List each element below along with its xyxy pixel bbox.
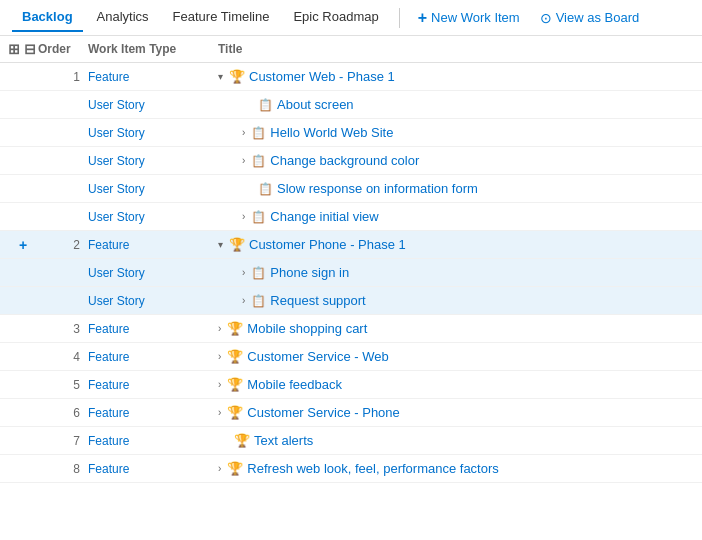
- title-cell[interactable]: › 📋 Hello World Web Site: [218, 125, 694, 140]
- title-cell[interactable]: › 📋 Change initial view: [218, 209, 694, 224]
- story-icon: 📋: [258, 98, 273, 112]
- title-cell[interactable]: › 📋 Change background color: [218, 153, 694, 168]
- type-cell: Feature: [88, 322, 218, 336]
- type-cell: User Story: [88, 98, 218, 112]
- table-row[interactable]: User Story › 📋 Hello World Web Site: [0, 119, 702, 147]
- title-cell[interactable]: › 📋 Request support: [218, 293, 694, 308]
- trophy-icon: 🏆: [227, 461, 243, 476]
- work-item-title[interactable]: Customer Service - Phone: [247, 405, 399, 420]
- work-item-title[interactable]: Phone sign in: [270, 265, 349, 280]
- board-icon: ⊙: [540, 10, 552, 26]
- chevron-icon[interactable]: ›: [218, 379, 221, 390]
- chevron-icon[interactable]: ›: [242, 127, 245, 138]
- chevron-icon[interactable]: ›: [218, 463, 221, 474]
- chevron-icon[interactable]: ›: [242, 155, 245, 166]
- order-cell: 5: [38, 378, 88, 392]
- table-row[interactable]: User Story › 📋 Change initial view: [0, 203, 702, 231]
- title-cell[interactable]: › 🏆 Mobile feedback: [218, 377, 694, 392]
- type-cell: User Story: [88, 154, 218, 168]
- add-row-icon[interactable]: +: [19, 237, 27, 253]
- title-column-header: Title: [218, 42, 694, 56]
- trophy-icon: 🏆: [227, 321, 243, 336]
- work-item-title[interactable]: Customer Web - Phase 1: [249, 69, 395, 84]
- story-icon: 📋: [251, 266, 266, 280]
- table-row[interactable]: User Story 📋 About screen: [0, 91, 702, 119]
- title-cell[interactable]: › 🏆 Customer Service - Phone: [218, 405, 694, 420]
- chevron-icon[interactable]: ▾: [218, 71, 223, 82]
- work-item-title[interactable]: Customer Phone - Phase 1: [249, 237, 406, 252]
- chevron-icon[interactable]: ›: [218, 351, 221, 362]
- title-cell[interactable]: 📋 Slow response on information form: [218, 181, 694, 196]
- table-row[interactable]: User Story › 📋 Phone sign in: [0, 259, 702, 287]
- type-column-header: Work Item Type: [88, 42, 218, 56]
- expand-collapse-controls[interactable]: ⊞ ⊟: [8, 42, 38, 56]
- table-row[interactable]: + 2 Feature ▾ 🏆 Customer Phone - Phase 1: [0, 231, 702, 259]
- title-cell[interactable]: › 🏆 Customer Service - Web: [218, 349, 694, 364]
- table-row[interactable]: User Story › 📋 Change background color: [0, 147, 702, 175]
- work-item-title[interactable]: Change background color: [270, 153, 419, 168]
- work-item-title[interactable]: About screen: [277, 97, 354, 112]
- view-as-board-button[interactable]: ⊙ View as Board: [532, 6, 648, 30]
- work-item-title[interactable]: Mobile feedback: [247, 377, 342, 392]
- trophy-icon: 🏆: [234, 433, 250, 448]
- work-item-title[interactable]: Refresh web look, feel, performance fact…: [247, 461, 498, 476]
- collapse-icon[interactable]: ⊟: [24, 42, 36, 56]
- table-row[interactable]: 3 Feature › 🏆 Mobile shopping cart: [0, 315, 702, 343]
- chevron-icon[interactable]: ›: [242, 211, 245, 222]
- work-item-title[interactable]: Customer Service - Web: [247, 349, 388, 364]
- table-row[interactable]: 4 Feature › 🏆 Customer Service - Web: [0, 343, 702, 371]
- table-row[interactable]: User Story › 📋 Request support: [0, 287, 702, 315]
- nav-backlog[interactable]: Backlog: [12, 3, 83, 32]
- table-row[interactable]: 1 Feature ▾ 🏆 Customer Web - Phase 1: [0, 63, 702, 91]
- table-row[interactable]: 6 Feature › 🏆 Customer Service - Phone: [0, 399, 702, 427]
- plus-icon: +: [418, 9, 427, 27]
- type-cell: User Story: [88, 126, 218, 140]
- title-cell[interactable]: ▾ 🏆 Customer Web - Phase 1: [218, 69, 694, 84]
- type-cell: Feature: [88, 350, 218, 364]
- table-row[interactable]: User Story 📋 Slow response on informatio…: [0, 175, 702, 203]
- title-cell[interactable]: ▾ 🏆 Customer Phone - Phase 1: [218, 237, 694, 252]
- type-cell: Feature: [88, 70, 218, 84]
- story-icon: 📋: [251, 154, 266, 168]
- title-cell[interactable]: › 🏆 Refresh web look, feel, performance …: [218, 461, 694, 476]
- title-cell[interactable]: › 🏆 Mobile shopping cart: [218, 321, 694, 336]
- title-cell[interactable]: 🏆 Text alerts: [218, 433, 694, 448]
- title-cell[interactable]: › 📋 Phone sign in: [218, 265, 694, 280]
- work-item-title[interactable]: Request support: [270, 293, 365, 308]
- title-cell[interactable]: 📋 About screen: [218, 97, 694, 112]
- order-column-header: Order: [38, 42, 88, 56]
- table-row[interactable]: 7 Feature 🏆 Text alerts: [0, 427, 702, 455]
- chevron-icon[interactable]: ›: [218, 323, 221, 334]
- type-cell: Feature: [88, 378, 218, 392]
- nav-feature-timeline[interactable]: Feature Timeline: [163, 3, 280, 32]
- trophy-icon: 🏆: [227, 405, 243, 420]
- chevron-icon[interactable]: ▾: [218, 239, 223, 250]
- type-cell: Feature: [88, 238, 218, 252]
- chevron-icon[interactable]: ›: [242, 295, 245, 306]
- order-cell: 6: [38, 406, 88, 420]
- table-row[interactable]: 5 Feature › 🏆 Mobile feedback: [0, 371, 702, 399]
- table-row[interactable]: 8 Feature › 🏆 Refresh web look, feel, pe…: [0, 455, 702, 483]
- chevron-icon[interactable]: ›: [242, 267, 245, 278]
- trophy-icon: 🏆: [229, 237, 245, 252]
- nav-separator: [399, 8, 400, 28]
- story-icon: 📋: [258, 182, 273, 196]
- new-work-item-button[interactable]: + New Work Item: [410, 5, 528, 31]
- order-cell: 7: [38, 434, 88, 448]
- order-cell: 2: [38, 238, 88, 252]
- story-icon: 📋: [251, 294, 266, 308]
- expand-icon[interactable]: ⊞: [8, 42, 20, 56]
- table-body: 1 Feature ▾ 🏆 Customer Web - Phase 1 Use…: [0, 63, 702, 483]
- order-cell: 8: [38, 462, 88, 476]
- work-item-title[interactable]: Text alerts: [254, 433, 313, 448]
- work-item-title[interactable]: Hello World Web Site: [270, 125, 393, 140]
- table-header: ⊞ ⊟ Order Work Item Type Title: [0, 36, 702, 63]
- type-cell: Feature: [88, 462, 218, 476]
- trophy-icon: 🏆: [227, 349, 243, 364]
- nav-epic-roadmap[interactable]: Epic Roadmap: [283, 3, 388, 32]
- work-item-title[interactable]: Change initial view: [270, 209, 378, 224]
- chevron-icon[interactable]: ›: [218, 407, 221, 418]
- nav-analytics[interactable]: Analytics: [87, 3, 159, 32]
- work-item-title[interactable]: Slow response on information form: [277, 181, 478, 196]
- work-item-title[interactable]: Mobile shopping cart: [247, 321, 367, 336]
